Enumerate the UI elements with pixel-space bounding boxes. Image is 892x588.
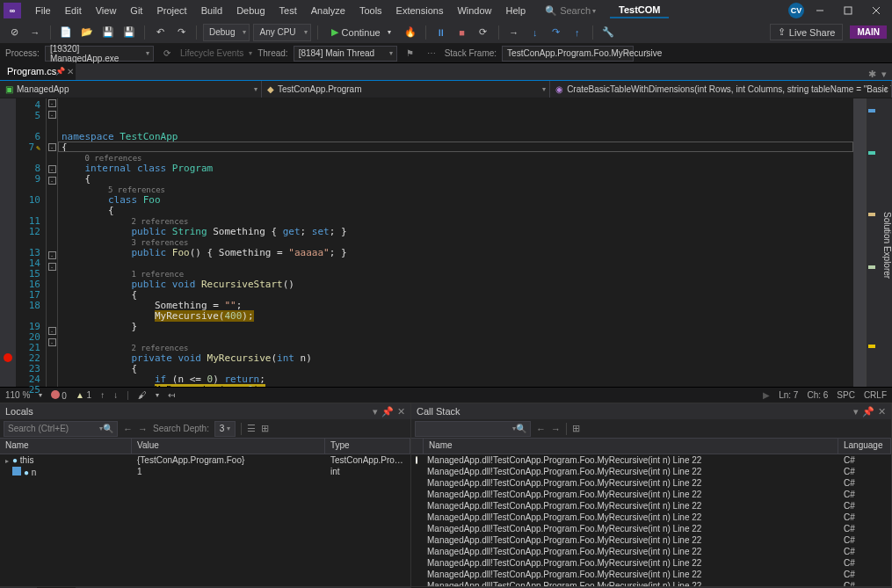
- menu-test[interactable]: Test: [272, 3, 304, 18]
- menu-debug[interactable]: Debug: [229, 3, 272, 18]
- ch-col[interactable]: Ch: 6: [807, 390, 828, 400]
- callstack-row[interactable]: ManagedApp.dll!TestConApp.Program.Foo.My…: [411, 500, 891, 512]
- col-type[interactable]: Type: [325, 439, 410, 454]
- menu-tools[interactable]: Tools: [352, 3, 389, 18]
- panel-dropdown-icon[interactable]: ▾: [373, 406, 378, 417]
- thread-filter-icon[interactable]: ⋯: [424, 46, 439, 62]
- nav-up-icon[interactable]: ↑: [100, 390, 105, 400]
- panel-close-icon[interactable]: ✕: [878, 406, 886, 417]
- callstack-row[interactable]: ManagedApp.dll!TestConApp.Program.Foo.My…: [411, 454, 891, 466]
- locals-row[interactable]: ▸● this{TestConApp.Program.Foo}TestConAp…: [0, 454, 410, 466]
- warning-badge[interactable]: ▲ 1: [76, 390, 91, 400]
- menu-build[interactable]: Build: [194, 3, 229, 18]
- callstack-row[interactable]: ManagedApp.dll!TestConApp.Program.Foo.My…: [411, 512, 891, 523]
- nav-project[interactable]: ▣ ManagedApp: [0, 81, 262, 98]
- cs-next-icon[interactable]: →: [551, 424, 561, 434]
- tab-dropdown-icon[interactable]: ▾: [881, 69, 887, 80]
- editor-overview[interactable]: [866, 98, 876, 387]
- callstack-row[interactable]: ManagedApp.dll!TestConApp.Program.Foo.My…: [411, 523, 891, 534]
- col-name[interactable]: Name: [424, 439, 838, 454]
- search-menu[interactable]: 🔍 Search ▾: [545, 5, 596, 17]
- save-all-icon[interactable]: 💾: [120, 24, 138, 41]
- panel-pin-icon[interactable]: 📌: [381, 406, 394, 417]
- thread-dropdown[interactable]: [8184] Main Thread: [294, 46, 397, 62]
- undo-icon[interactable]: ↶: [151, 24, 169, 41]
- callstack-row[interactable]: ManagedApp.dll!TestConApp.Program.Foo.My…: [411, 534, 891, 546]
- search-next-icon[interactable]: →: [138, 424, 148, 434]
- step-over-icon[interactable]: ↷: [548, 24, 565, 41]
- callstack-row[interactable]: ManagedApp.dll!TestConApp.Program.Foo.My…: [411, 466, 891, 477]
- indent-mode[interactable]: SPC: [837, 390, 855, 400]
- col-name[interactable]: Name: [0, 439, 132, 454]
- callstack-row[interactable]: ManagedApp.dll!TestConApp.Program.Foo.My…: [411, 557, 891, 569]
- fold-gutter[interactable]: ---------: [46, 98, 58, 387]
- step-into-icon[interactable]: ↓: [526, 24, 544, 41]
- minimize-button[interactable]: [808, 2, 832, 19]
- locals-rows[interactable]: ▸● this{TestConApp.Program.Foo}TestConAp…: [0, 454, 410, 586]
- callstack-title-bar[interactable]: Call Stack ▾ 📌 ✕: [411, 403, 891, 419]
- step-out-icon[interactable]: ↑: [569, 24, 586, 41]
- editor-scrollbar[interactable]: [853, 98, 866, 387]
- pause-icon[interactable]: ⏸: [432, 24, 450, 41]
- config-dropdown[interactable]: Debug: [203, 24, 250, 41]
- menu-file[interactable]: File: [28, 3, 58, 18]
- callstack-search[interactable]: ​▾🔍: [415, 421, 531, 437]
- menu-analyze[interactable]: Analyze: [304, 3, 352, 18]
- callstack-rows[interactable]: ManagedApp.dll!TestConApp.Program.Foo.My…: [411, 454, 891, 586]
- col-language[interactable]: Language: [838, 439, 891, 454]
- panel-close-icon[interactable]: ✕: [397, 406, 405, 417]
- forward-button[interactable]: →: [26, 24, 44, 41]
- nav-right-icon[interactable]: ▶: [763, 390, 770, 400]
- lifecycle-icon[interactable]: ⟳: [159, 46, 175, 62]
- nav-type[interactable]: ◆ TestConApp.Program: [262, 81, 550, 98]
- menu-extensions[interactable]: Extensions: [389, 3, 451, 18]
- pin-icon[interactable]: 📌: [55, 67, 65, 76]
- live-share-button[interactable]: ⇪ Live Share: [770, 24, 844, 40]
- arrow-left-icon[interactable]: ↤: [168, 390, 175, 400]
- menu-help[interactable]: Help: [499, 3, 533, 18]
- callstack-row[interactable]: ManagedApp.dll!TestConApp.Program.Foo.My…: [411, 569, 891, 580]
- nav-down-icon[interactable]: ↓: [113, 390, 118, 400]
- redo-icon[interactable]: ↷: [172, 24, 190, 41]
- locals-tool2-icon[interactable]: ⊞: [261, 423, 269, 434]
- close-button[interactable]: [864, 2, 888, 19]
- col-value[interactable]: Value: [132, 439, 325, 454]
- menu-git[interactable]: Git: [123, 3, 149, 18]
- restart-icon[interactable]: ⟳: [475, 24, 492, 41]
- panel-pin-icon[interactable]: 📌: [862, 406, 874, 417]
- solution-name[interactable]: TestCOM: [610, 3, 669, 18]
- thread-flag-icon[interactable]: ⚑: [402, 46, 418, 62]
- solution-explorer-rail[interactable]: Solution Explorer: [876, 98, 892, 387]
- panel-dropdown-icon[interactable]: ▾: [853, 406, 859, 417]
- platform-dropdown[interactable]: Any CPU: [253, 24, 310, 41]
- menu-view[interactable]: View: [89, 3, 124, 18]
- locals-title-bar[interactable]: Locals ▾ 📌 ✕: [0, 403, 410, 419]
- callstack-row[interactable]: ManagedApp.dll!TestConApp.Program.Foo.My…: [411, 489, 891, 500]
- tab-changes-icon[interactable]: ✱: [868, 69, 876, 80]
- tab-programcs[interactable]: Program.cs 📌 ✕: [0, 62, 76, 80]
- brush-icon[interactable]: 🖌: [138, 390, 147, 400]
- line-ending[interactable]: CRLF: [864, 390, 887, 400]
- close-tab-icon[interactable]: ✕: [67, 67, 74, 76]
- continue-button[interactable]: ▶Continue▾: [324, 24, 398, 41]
- code-editor[interactable]: 4567✎8910111213141516171819202122232425 …: [0, 98, 892, 387]
- hotreload-icon[interactable]: 🔥: [402, 24, 419, 41]
- back-button[interactable]: ⊘: [5, 24, 23, 41]
- callstack-row[interactable]: ManagedApp.dll!TestConApp.Program.Foo.My…: [411, 580, 891, 586]
- save-icon[interactable]: 💾: [99, 24, 117, 41]
- cs-view-icon[interactable]: ⊞: [572, 423, 580, 434]
- stackframe-dropdown[interactable]: TestConApp.Program.Foo.MyRecursive: [502, 46, 634, 62]
- locals-row[interactable]: ● n1int: [0, 466, 410, 477]
- avatar[interactable]: CV: [788, 3, 804, 18]
- new-file-icon[interactable]: 📄: [57, 24, 75, 41]
- maximize-button[interactable]: [836, 2, 860, 19]
- open-icon[interactable]: 📂: [78, 24, 96, 41]
- menu-window[interactable]: Window: [450, 3, 498, 18]
- locals-tool1-icon[interactable]: ☰: [247, 423, 256, 434]
- nav-member[interactable]: ◉ CrateBasicTableWithDimensions(int Rows…: [550, 81, 892, 98]
- tool-icon[interactable]: 🔧: [599, 24, 617, 41]
- step-next-icon[interactable]: →: [505, 24, 523, 41]
- callstack-row[interactable]: ManagedApp.dll!TestConApp.Program.Foo.My…: [411, 477, 891, 489]
- callstack-row[interactable]: ManagedApp.dll!TestConApp.Program.Foo.My…: [411, 546, 891, 557]
- process-dropdown[interactable]: [19320] ManagedApp.exe: [45, 46, 154, 62]
